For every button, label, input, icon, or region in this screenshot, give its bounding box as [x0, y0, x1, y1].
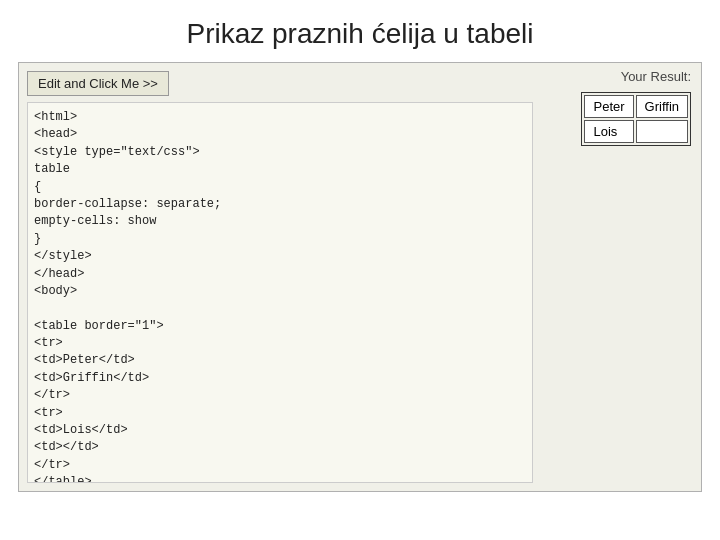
table-cell: Griffin — [636, 95, 688, 118]
your-result-label: Your Result: — [621, 69, 691, 84]
code-editor[interactable] — [27, 102, 533, 483]
table-cell: Lois — [584, 120, 633, 143]
main-area: Edit and Click Me >> Your Result: Peter … — [18, 62, 702, 492]
table-cell: Peter — [584, 95, 633, 118]
btn-row: Edit and Click Me >> — [27, 71, 533, 96]
table-row: Lois — [584, 120, 688, 143]
edit-click-button[interactable]: Edit and Click Me >> — [27, 71, 169, 96]
table-cell-empty — [636, 120, 688, 143]
right-panel: Your Result: Peter Griffin Lois — [541, 63, 701, 491]
code-area-wrapper — [27, 102, 533, 483]
left-panel: Edit and Click Me >> — [19, 63, 541, 491]
page-title: Prikaz praznih ćelija u tabeli — [0, 0, 720, 62]
table-row: Peter Griffin — [584, 95, 688, 118]
result-table: Peter Griffin Lois — [581, 92, 691, 146]
